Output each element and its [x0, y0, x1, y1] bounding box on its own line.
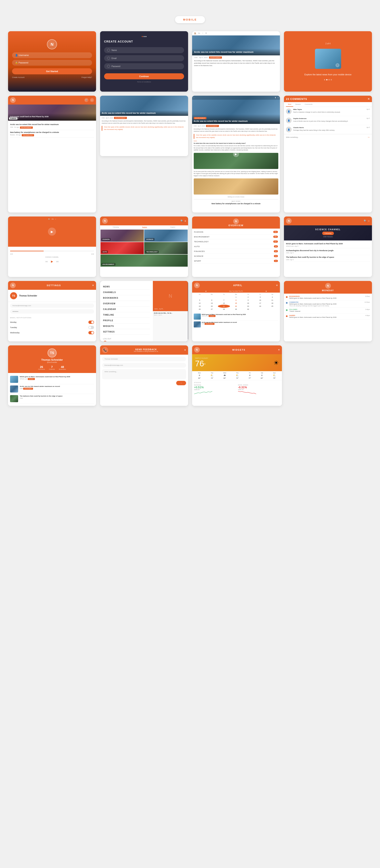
cal-nav-right[interactable]: ▶ [266, 290, 267, 292]
news-item-1[interactable]: Arctic sea ice extent hits record low fo… [10, 122, 94, 130]
news-hero-overlay: SCIENCE Astronauts could land on Red Pla… [8, 113, 96, 121]
nav-item-3[interactable]: ☆ [202, 32, 203, 34]
terms-text[interactable]: Terms & Conditions [104, 81, 184, 83]
password-field[interactable]: 🔒 Password [12, 60, 92, 66]
widgets-close-icon[interactable]: ✕ [278, 348, 280, 351]
channel-article-2[interactable]: Archaeologists discovered lost city in H… [286, 248, 370, 255]
cal-close-icon[interactable]: ✕ [276, 284, 278, 287]
weather-day-tue: Tue ⛅ 74° [211, 372, 214, 379]
play-button[interactable]: ▶ [233, 151, 239, 157]
get-started-button[interactable]: Get Started [12, 68, 92, 74]
feedback-send-button[interactable]: → [176, 381, 186, 385]
menu-item-overview[interactable]: OVERVIEW [103, 301, 150, 307]
audio-next-icon[interactable]: ⏭ [56, 260, 59, 263]
comments-header-icon[interactable]: ✕ [368, 97, 370, 100]
nav-item-1[interactable]: 🏠 [194, 32, 196, 34]
password-field-create[interactable]: Password [104, 63, 184, 69]
nav-item-2[interactable]: Aa [198, 32, 200, 34]
search-icon[interactable]: 🔍 [84, 98, 88, 102]
menu-preview-title: Astro... by 20... [154, 308, 164, 310]
feedback-close-icon[interactable]: ✕ [184, 349, 186, 351]
menu-item-profile[interactable]: PROFILE [103, 318, 150, 323]
cal-article-1[interactable]: NASA goes to Mars: Astronauts could land… [194, 313, 279, 321]
channel-article-3[interactable]: The balloons that could fly tourists to … [286, 255, 370, 262]
menu-bg-logo: N [168, 293, 172, 299]
email-field[interactable]: Email [104, 55, 184, 61]
tab-explore[interactable]: Explore [142, 226, 147, 228]
audio-progress-bar[interactable] [10, 251, 94, 251]
menu-item-calendar[interactable]: CALENDAR [103, 307, 150, 312]
promo-dot-2[interactable] [326, 79, 327, 80]
profile-article-3[interactable]: The balloons that could fly tourists to … [10, 394, 94, 404]
cat-search-icon[interactable]: 🔍 [181, 219, 184, 222]
cat-item-tech[interactable]: TECHNOLOGY [144, 242, 188, 254]
notif-monday-toggle[interactable] [88, 321, 94, 324]
audio-prev-icon[interactable]: ⏮ [45, 260, 48, 263]
channel-bookmark-icon[interactable]: ☆ [368, 219, 370, 222]
notif-monday: Monday [10, 320, 94, 325]
feedback-user-name[interactable]: Thomas Schneider [102, 356, 186, 361]
audio-play-button[interactable]: ▶ [48, 227, 56, 236]
tab-explore-2[interactable]: Explore [170, 226, 175, 228]
news-item-2[interactable]: New battery for smartphones can be charg… [10, 130, 94, 138]
menu-item-timeline[interactable]: TIMELINE [103, 312, 150, 318]
promo-dot-1[interactable] [324, 79, 325, 80]
notif-tuesday-toggle[interactable] [88, 326, 94, 329]
tab-comments[interactable]: Comments [303, 102, 315, 107]
create-account-link[interactable]: Create Account [12, 76, 25, 78]
feedback-user-email[interactable]: thomas@missionapp.com [102, 363, 186, 368]
name-field[interactable]: Name [104, 47, 184, 53]
promo-heart-icon[interactable]: ♡ [336, 63, 340, 67]
channel-followers: 2348 Followers [286, 236, 370, 238]
cal-article-2[interactable]: Arctic sea ice hits lowest winter maximu… [194, 321, 279, 328]
promo-dot-3[interactable] [328, 79, 330, 80]
menu-item-settings[interactable]: SETTINGS [103, 329, 150, 335]
audio-play-icon-2[interactable]: ▶ [51, 260, 53, 263]
audio-nav-item-3[interactable]: ♪ [55, 218, 56, 220]
tab-best[interactable]: Best [286, 102, 293, 107]
audio-nav-item-1[interactable]: 🏠 [48, 218, 50, 220]
tab-following[interactable]: Following [113, 226, 119, 228]
bookmark-icon[interactable]: ☆ [277, 97, 279, 99]
menu-icon[interactable]: ≡ [90, 98, 94, 102]
menu-item-channels[interactable]: CHANNELS [103, 289, 150, 295]
continue-button[interactable]: Continue [104, 73, 184, 79]
menu-item-bookmarks[interactable]: BOOKMARKS [103, 295, 150, 301]
cat-item-auto[interactable]: AUTO [100, 242, 144, 254]
share-icon[interactable]: ⬆ [275, 97, 276, 99]
comment-2-text: Loss of Arctic sea ice is just one of th… [293, 120, 370, 122]
channel-follow-button[interactable]: Following [322, 231, 334, 235]
feedback-textarea[interactable]: Write something... [102, 369, 186, 379]
username-field[interactable]: 👤 Username [12, 52, 92, 58]
comment-input[interactable] [286, 136, 366, 138]
profile-article-1[interactable]: NASA goes to Mars: Astronauts could land… [10, 375, 94, 384]
profile-article-2[interactable]: Arctic sea ice hits lowest winter maximu… [10, 384, 94, 394]
channel-search-icon[interactable]: 🔍 [364, 219, 367, 222]
cat-item-science[interactable]: SCIENCE [144, 229, 188, 242]
cat-item-fashion[interactable]: FASHION [100, 229, 144, 242]
comment-send-icon[interactable]: → [367, 135, 370, 139]
promo-dot-4[interactable] [331, 79, 332, 80]
settings-close-icon[interactable]: ✕ [92, 284, 94, 287]
next-story-title: New battery for smartphones can be charg… [194, 203, 279, 205]
tab-newest[interactable]: Newest [293, 102, 303, 107]
settings-password-field[interactable]: ●●●●●● [10, 309, 94, 314]
cat-item-environment[interactable]: ENVIRONMENT [100, 254, 188, 267]
channel-article-3-meta: CNN • Apr 5 [286, 259, 370, 260]
article-hero-overlay: Arctic sea ice extent hits record low fo… [192, 49, 280, 55]
cat-menu-icon[interactable]: ≡ [185, 219, 186, 222]
menu-logout-button[interactable]: LOG OUT [103, 338, 112, 340]
menu-item-news[interactable]: NEWS [103, 284, 150, 289]
forgot-link[interactable]: Forgot Help? [82, 76, 92, 78]
news-hero-tag: SCIENCE [9, 117, 17, 120]
cal-article-1-thumb [194, 314, 201, 320]
cal-nav-left[interactable]: ◀ [205, 290, 206, 292]
notif-wednesday-toggle[interactable] [88, 331, 94, 334]
channel-article-1[interactable]: NASA goes to Mars: Astronauts could land… [286, 242, 370, 248]
settings-email-field[interactable]: thomas@missionapp.com [10, 304, 94, 308]
back-icon[interactable]: ← [193, 97, 195, 99]
menu-item-widgets[interactable]: WIDGETS [103, 323, 150, 329]
nav-item-4[interactable]: ⊞ [205, 32, 207, 34]
audio-nav-item-2[interactable]: Aa [52, 218, 54, 220]
comment-2-avatar: 👤 [286, 118, 292, 123]
